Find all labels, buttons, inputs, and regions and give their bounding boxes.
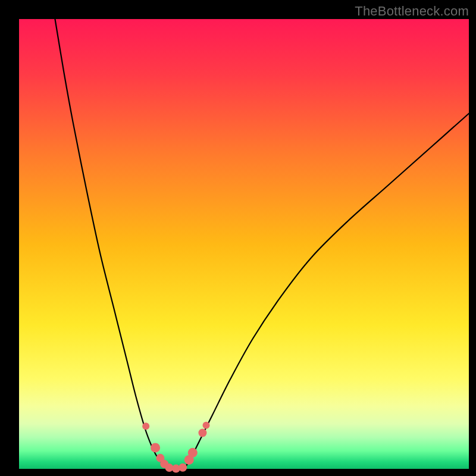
data-marker xyxy=(188,448,198,458)
data-marker xyxy=(202,422,209,429)
plot-background xyxy=(19,19,469,469)
chart-canvas xyxy=(0,0,476,476)
data-marker xyxy=(178,464,187,472)
data-marker xyxy=(142,422,149,430)
data-marker xyxy=(198,429,206,437)
chart-frame: TheBottleneck.com xyxy=(0,0,476,476)
data-marker xyxy=(151,443,160,452)
watermark-label: TheBottleneck.com xyxy=(355,4,469,19)
